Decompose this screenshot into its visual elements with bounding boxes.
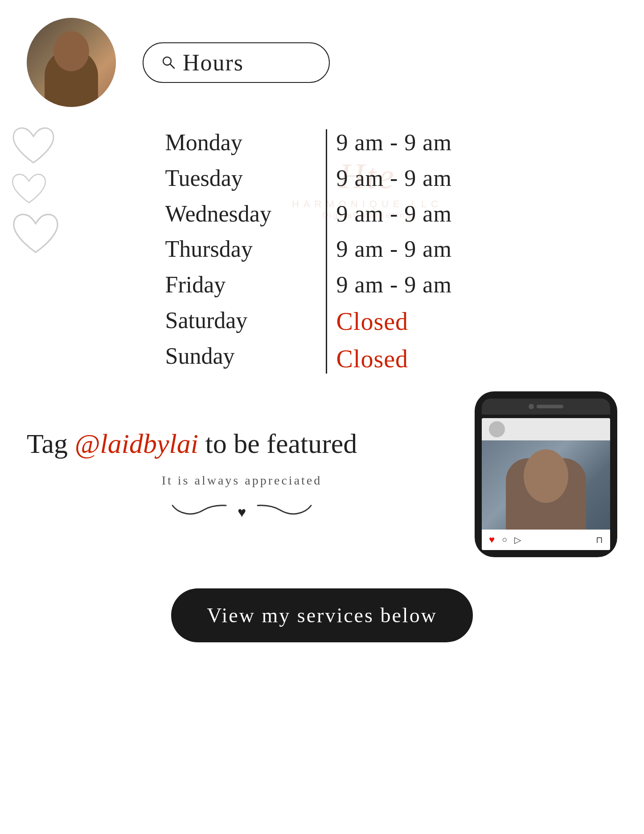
day-wednesday: Wednesday [165, 201, 317, 227]
heart-center-icon: ♥ [238, 504, 246, 521]
header: Hours [0, 0, 644, 116]
time-thursday: 9 am - 9 am [336, 236, 497, 263]
time-friday: 9 am - 9 am [336, 271, 497, 298]
tag-before: Tag [27, 428, 75, 459]
time-monday: 9 am - 9 am [336, 129, 497, 156]
svg-line-1 [170, 64, 174, 68]
tag-handle: @laidbylai [75, 428, 198, 459]
times-column: 9 am - 9 am 9 am - 9 am 9 am - 9 am 9 am… [319, 125, 497, 374]
day-sunday: Sunday [165, 343, 317, 370]
days-column: Monday Tuesday Wednesday Thursday Friday… [148, 125, 317, 370]
phone-profile-avatar [489, 421, 505, 437]
phone-mockup: ♥ ○ ▷ ⊓ [475, 391, 617, 557]
phone-frame: ♥ ○ ▷ ⊓ [475, 391, 617, 557]
phone-post-image [482, 440, 610, 530]
avatar [27, 18, 116, 107]
phone-like-icon: ♥ [489, 534, 495, 546]
avatar-image [27, 18, 116, 107]
phone-comment-icon: ○ [502, 534, 507, 545]
search-icon [161, 55, 176, 70]
bottom-section: Tag @laidbylai to be featured It is alwa… [0, 391, 644, 575]
view-services-button[interactable]: View my services below [171, 588, 473, 642]
phone-share-icon: ▷ [514, 534, 521, 545]
hours-table: Monday Tuesday Wednesday Thursday Friday… [148, 125, 497, 374]
phone-bookmark-icon: ⊓ [596, 534, 603, 545]
swirl-left-icon [168, 501, 230, 523]
search-label: Hours [183, 49, 244, 76]
tag-featured-text: Tag @laidbylai to be featured [27, 427, 457, 460]
hours-section: Monday Tuesday Wednesday Thursday Friday… [0, 116, 644, 391]
day-tuesday: Tuesday [165, 165, 317, 192]
swirl-decoration: ♥ [27, 501, 457, 523]
social-content: Tag @laidbylai to be featured It is alwa… [27, 400, 457, 523]
time-saturday: Closed [336, 307, 497, 336]
time-tuesday: 9 am - 9 am [336, 165, 497, 192]
day-saturday: Saturday [165, 307, 317, 334]
search-bar[interactable]: Hours [143, 42, 330, 83]
phone-camera-dot [529, 404, 534, 409]
appreciated-text: It is always appreciated [27, 473, 457, 488]
day-friday: Friday [165, 271, 317, 298]
phone-screen-top [482, 418, 610, 440]
day-thursday: Thursday [165, 236, 317, 263]
time-wednesday: 9 am - 9 am [336, 201, 497, 227]
phone-actions-bar: ♥ ○ ▷ ⊓ [482, 530, 610, 550]
phone-screen: ♥ ○ ▷ ⊓ [482, 418, 610, 550]
day-monday: Monday [165, 129, 317, 156]
phone-notch [482, 399, 610, 415]
tag-after: to be featured [198, 428, 357, 459]
time-sunday: Closed [336, 345, 497, 373]
swirl-right-icon [253, 501, 316, 523]
cta-section: View my services below [0, 575, 644, 669]
phone-speaker [537, 405, 563, 408]
